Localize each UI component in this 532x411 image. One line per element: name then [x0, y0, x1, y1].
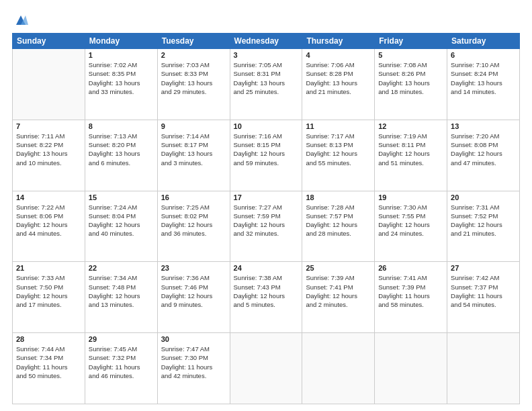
day-number: 29	[89, 335, 154, 343]
calendar-cell: 30Sunrise: 7:47 AMSunset: 7:30 PMDayligh…	[157, 333, 230, 404]
info-line: and 13 minutes.	[89, 300, 154, 309]
info-line: Sunrise: 7:38 AM	[234, 273, 299, 282]
calendar-header: SundayMondayTuesdayWednesdayThursdayFrid…	[13, 34, 520, 49]
calendar-cell: 23Sunrise: 7:36 AMSunset: 7:46 PMDayligh…	[157, 262, 230, 333]
cell-info: Sunrise: 7:41 AMSunset: 7:39 PMDaylight:…	[378, 273, 443, 309]
info-line: Daylight: 13 hours	[234, 79, 299, 87]
cell-info: Sunrise: 7:05 AMSunset: 8:31 PMDaylight:…	[234, 60, 299, 96]
info-line: Sunset: 8:24 PM	[451, 69, 516, 78]
day-number: 15	[89, 193, 154, 201]
day-number: 6	[451, 51, 516, 59]
calendar-cell: 13Sunrise: 7:20 AMSunset: 8:08 PMDayligh…	[447, 120, 520, 191]
info-line: Daylight: 13 hours	[16, 149, 81, 158]
info-line: and 24 minutes.	[378, 229, 443, 238]
cell-info: Sunrise: 7:14 AMSunset: 8:17 PMDaylight:…	[161, 132, 226, 167]
calendar-cell: 12Sunrise: 7:19 AMSunset: 8:11 PMDayligh…	[375, 120, 447, 191]
calendar-cell: 26Sunrise: 7:41 AMSunset: 7:39 PMDayligh…	[375, 262, 447, 333]
calendar-cell: 10Sunrise: 7:16 AMSunset: 8:15 PMDayligh…	[230, 120, 302, 191]
info-line: and 28 minutes.	[306, 229, 371, 238]
info-line: and 46 minutes.	[89, 371, 154, 380]
day-number: 27	[451, 264, 516, 272]
cell-info: Sunrise: 7:38 AMSunset: 7:43 PMDaylight:…	[234, 273, 299, 309]
day-number: 30	[161, 335, 226, 343]
info-line: Daylight: 12 hours	[234, 291, 299, 300]
info-line: Sunset: 8:13 PM	[306, 140, 371, 149]
weekday-tuesday: Tuesday	[157, 34, 230, 49]
info-line: and 21 minutes.	[306, 87, 371, 96]
info-line: Sunset: 8:28 PM	[306, 69, 371, 78]
day-number: 21	[16, 264, 81, 272]
info-line: Daylight: 13 hours	[161, 79, 226, 87]
info-line: Sunset: 7:48 PM	[89, 283, 154, 291]
info-line: and 5 minutes.	[234, 300, 299, 309]
cell-info: Sunrise: 7:33 AMSunset: 7:50 PMDaylight:…	[16, 273, 81, 309]
day-number: 3	[234, 51, 299, 59]
cell-info: Sunrise: 7:42 AMSunset: 7:37 PMDaylight:…	[451, 273, 516, 309]
week-row-1: 7Sunrise: 7:11 AMSunset: 8:22 PMDaylight…	[13, 120, 520, 191]
info-line: Sunset: 8:06 PM	[16, 212, 81, 220]
day-number: 18	[306, 193, 371, 201]
calendar-cell: 18Sunrise: 7:28 AMSunset: 7:57 PMDayligh…	[302, 191, 375, 262]
calendar-cell: 24Sunrise: 7:38 AMSunset: 7:43 PMDayligh…	[230, 262, 302, 333]
info-line: and 54 minutes.	[451, 300, 516, 309]
cell-info: Sunrise: 7:20 AMSunset: 8:08 PMDaylight:…	[451, 132, 516, 167]
day-number: 8	[89, 122, 154, 130]
calendar-cell: 19Sunrise: 7:30 AMSunset: 7:55 PMDayligh…	[375, 191, 447, 262]
info-line: Sunrise: 7:14 AM	[161, 132, 226, 140]
day-number: 9	[161, 122, 226, 130]
cell-info: Sunrise: 7:45 AMSunset: 7:32 PMDaylight:…	[89, 345, 154, 380]
info-line: Daylight: 12 hours	[234, 220, 299, 229]
info-line: Sunset: 8:02 PM	[161, 212, 226, 220]
info-line: Daylight: 12 hours	[89, 291, 154, 300]
calendar-cell: 29Sunrise: 7:45 AMSunset: 7:32 PMDayligh…	[85, 333, 157, 404]
calendar-cell: 25Sunrise: 7:39 AMSunset: 7:41 PMDayligh…	[302, 262, 375, 333]
info-line: Sunrise: 7:45 AM	[89, 345, 154, 353]
calendar-cell: 2Sunrise: 7:03 AMSunset: 8:33 PMDaylight…	[157, 49, 230, 120]
day-number: 7	[16, 122, 81, 130]
cell-info: Sunrise: 7:34 AMSunset: 7:48 PMDaylight:…	[89, 273, 154, 309]
day-number: 16	[161, 193, 226, 201]
info-line: Daylight: 12 hours	[161, 220, 226, 229]
week-row-2: 14Sunrise: 7:22 AMSunset: 8:06 PMDayligh…	[13, 191, 520, 262]
info-line: Sunrise: 7:47 AM	[161, 345, 226, 353]
info-line: Sunrise: 7:02 AM	[89, 60, 154, 69]
calendar-cell	[13, 49, 85, 120]
info-line: Sunset: 8:31 PM	[234, 69, 299, 78]
info-line: Sunset: 8:04 PM	[89, 212, 154, 220]
info-line: Sunrise: 7:05 AM	[234, 60, 299, 69]
info-line: Sunset: 8:17 PM	[161, 140, 226, 149]
info-line: Sunset: 7:39 PM	[378, 283, 443, 291]
cell-info: Sunrise: 7:22 AMSunset: 8:06 PMDaylight:…	[16, 203, 81, 238]
info-line: Sunrise: 7:11 AM	[16, 132, 81, 140]
cell-info: Sunrise: 7:16 AMSunset: 8:15 PMDaylight:…	[234, 132, 299, 167]
info-line: and 44 minutes.	[16, 229, 81, 238]
info-line: Daylight: 11 hours	[89, 363, 154, 371]
day-number: 25	[306, 264, 371, 272]
info-line: and 33 minutes.	[89, 87, 154, 96]
weekday-saturday: Saturday	[447, 34, 520, 49]
day-number: 28	[16, 335, 81, 343]
cell-info: Sunrise: 7:13 AMSunset: 8:20 PMDaylight:…	[89, 132, 154, 167]
day-number: 23	[161, 264, 226, 272]
info-line: Daylight: 13 hours	[89, 79, 154, 87]
weekday-sunday: Sunday	[13, 34, 85, 49]
calendar-cell: 8Sunrise: 7:13 AMSunset: 8:20 PMDaylight…	[85, 120, 157, 191]
info-line: Daylight: 12 hours	[451, 149, 516, 158]
calendar-cell	[375, 333, 447, 404]
info-line: and 3 minutes.	[161, 158, 226, 167]
info-line: Sunrise: 7:30 AM	[378, 203, 443, 212]
day-number: 2	[161, 51, 226, 59]
weekday-row: SundayMondayTuesdayWednesdayThursdayFrid…	[13, 34, 520, 49]
info-line: and 32 minutes.	[234, 229, 299, 238]
calendar-cell: 15Sunrise: 7:24 AMSunset: 8:04 PMDayligh…	[85, 191, 157, 262]
info-line: and 21 minutes.	[451, 229, 516, 238]
info-line: and 42 minutes.	[161, 371, 226, 380]
day-number: 10	[234, 122, 299, 130]
info-line: Sunset: 8:15 PM	[234, 140, 299, 149]
info-line: Sunset: 7:50 PM	[16, 283, 81, 291]
info-line: Sunrise: 7:08 AM	[378, 60, 443, 69]
info-line: Daylight: 13 hours	[306, 79, 371, 87]
info-line: Sunrise: 7:06 AM	[306, 60, 371, 69]
info-line: Sunset: 7:30 PM	[161, 353, 226, 362]
cell-info: Sunrise: 7:24 AMSunset: 8:04 PMDaylight:…	[89, 203, 154, 238]
